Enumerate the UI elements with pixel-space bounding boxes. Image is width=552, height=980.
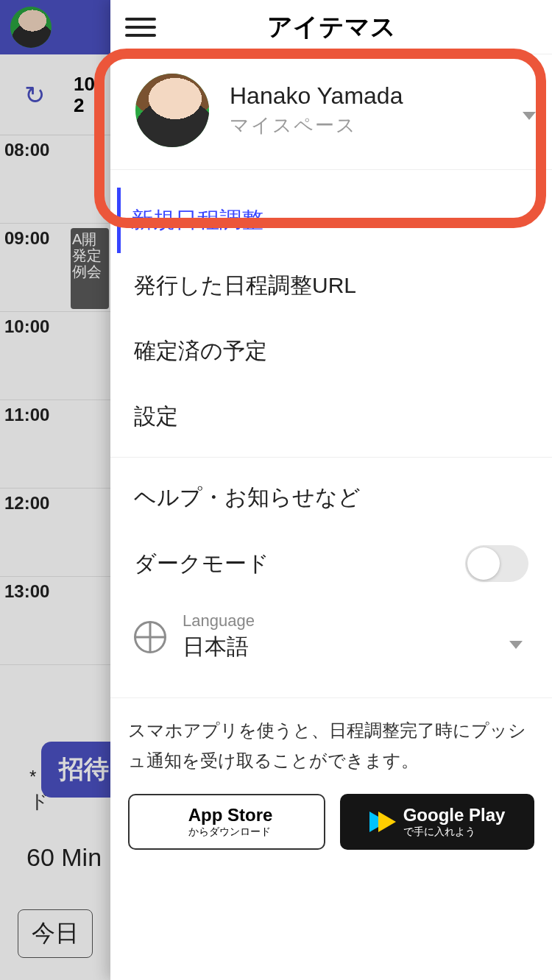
app-store-badge[interactable]: App Store からダウンロード — [128, 794, 325, 850]
profile-text: Hanako Yamada マイスペース — [230, 82, 403, 138]
app-title: アイテマス — [171, 10, 552, 44]
chevron-down-icon — [523, 112, 536, 120]
play-title: Google Play — [403, 805, 506, 825]
hamburger-icon[interactable] — [110, 18, 171, 37]
profile-subtitle: マイスペース — [230, 113, 403, 138]
profile-selector[interactable]: Hanako Yamada マイスペース — [110, 54, 552, 170]
language-selector[interactable]: Language 日本語 — [131, 598, 531, 683]
drawer-header: アイテマス — [110, 0, 552, 54]
menu-new-schedule[interactable]: 新規日程調整 — [117, 188, 531, 253]
menu-settings[interactable]: 設定 — [131, 384, 531, 450]
secondary-section: ヘルプ・お知らせなど ダークモード Language 日本語 — [110, 458, 552, 698]
promo-section: スマホアプリを使うと、日程調整完了時にプッシュ通知を受け取ることができます。 A… — [110, 698, 552, 872]
play-subtitle: で手に入れよう — [403, 825, 506, 839]
dark-mode-row: ダークモード — [131, 529, 531, 598]
side-drawer: アイテマス Hanako Yamada マイスペース 新規日程調整 発行した日程… — [110, 0, 552, 980]
google-play-badge[interactable]: Google Play で手に入れよう — [340, 794, 534, 850]
language-value: 日本語 — [183, 632, 255, 662]
menu-help[interactable]: ヘルプ・お知らせなど — [131, 466, 531, 529]
dark-mode-label: ダークモード — [134, 549, 269, 579]
promo-text: スマホアプリを使うと、日程調整完了時にプッシュ通知を受け取ることができます。 — [128, 716, 534, 776]
chevron-down-icon — [509, 641, 523, 649]
menu-issued-urls[interactable]: 発行した日程調整URL — [131, 253, 531, 319]
play-icon — [369, 812, 396, 832]
menu-confirmed[interactable]: 確定済の予定 — [131, 319, 531, 384]
store-badges: App Store からダウンロード Google Play で手に入れよう — [128, 794, 534, 850]
language-caption: Language — [183, 611, 255, 631]
globe-icon — [134, 621, 166, 653]
profile-name: Hanako Yamada — [230, 82, 403, 110]
appstore-title: App Store — [188, 805, 273, 825]
menu-list: 新規日程調整 発行した日程調整URL 確定済の予定 設定 — [110, 170, 552, 458]
dark-mode-toggle[interactable] — [465, 545, 528, 582]
avatar-large — [135, 74, 209, 147]
appstore-subtitle: からダウンロード — [188, 825, 273, 839]
